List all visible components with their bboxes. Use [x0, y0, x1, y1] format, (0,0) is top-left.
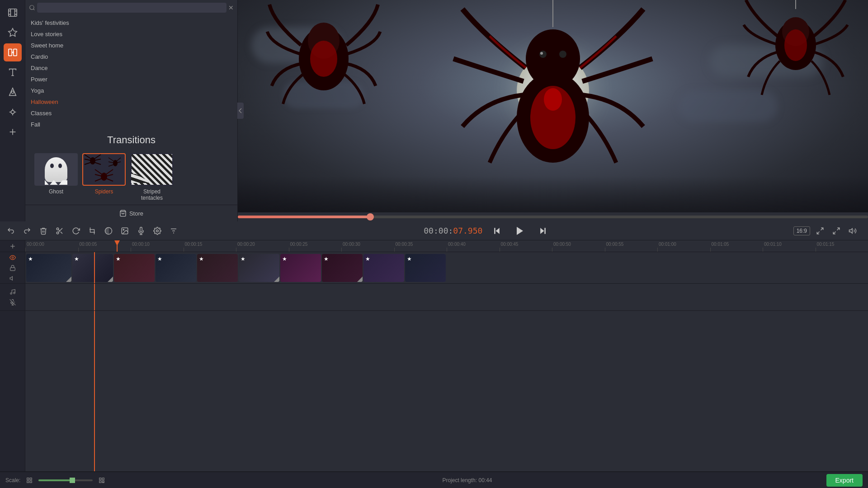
scale-slider[interactable]	[38, 479, 93, 481]
audio-track-row	[0, 284, 868, 311]
category-item-yoga[interactable]: Yoga	[25, 85, 237, 96]
toolbar-motion[interactable]	[4, 103, 22, 121]
crop-button[interactable]	[85, 224, 99, 238]
ruler-mark-13: 00:01:05	[710, 248, 763, 252]
svg-rect-93	[27, 478, 29, 479]
clip-star: ★	[199, 256, 204, 262]
category-item-fall[interactable]: Fall	[25, 119, 237, 130]
right-controls: 16:9	[793, 225, 864, 237]
svg-rect-98	[103, 478, 104, 479]
category-item-sweet-home[interactable]: Sweet home	[25, 40, 237, 51]
audio-track-note[interactable]	[8, 287, 17, 296]
delete-button[interactable]	[36, 224, 51, 238]
svg-point-13	[11, 91, 14, 94]
category-item-kids'-festivities[interactable]: Kids' festivities	[25, 17, 237, 28]
redo2-button[interactable]	[69, 224, 83, 238]
search-clear-icon[interactable]: ✕	[228, 4, 234, 11]
svg-point-67	[123, 229, 124, 230]
svg-line-79	[821, 228, 823, 230]
playback-handle[interactable]	[367, 213, 374, 221]
clip-3[interactable]: ★	[114, 254, 155, 282]
skip-forward-button[interactable]	[536, 224, 550, 238]
zoom-out-icon[interactable]	[23, 474, 36, 487]
left-toolbar	[0, 0, 25, 221]
track-lock-toggle[interactable]	[8, 263, 17, 272]
clip-star: ★	[157, 256, 162, 262]
ruler-mark-12: 00:01:00	[657, 248, 710, 252]
category-item-cardio[interactable]: Cardio	[25, 51, 237, 62]
audio-track-mute[interactable]	[8, 298, 17, 307]
svg-line-35	[115, 158, 121, 162]
play-button[interactable]	[511, 222, 528, 239]
playback-progress-bar[interactable]	[238, 212, 868, 221]
clip-star: ★	[365, 256, 370, 262]
panel-collapse-toggle[interactable]	[237, 103, 244, 119]
timeline-add-btn[interactable]	[0, 240, 25, 252]
ruler-mark-2: 00:00:10	[131, 248, 184, 252]
volume-icon[interactable]	[846, 225, 859, 237]
export-button[interactable]: Export	[826, 474, 863, 487]
image-button[interactable]	[118, 224, 132, 238]
aspect-ratio-badge[interactable]: 16:9	[793, 226, 810, 235]
category-item-dance[interactable]: Dance	[25, 62, 237, 74]
transition-spiders[interactable]: Spiders	[82, 153, 126, 201]
expand-icon[interactable]	[830, 225, 843, 237]
clip-7[interactable]: ★	[280, 254, 321, 282]
settings-button[interactable]	[150, 224, 165, 238]
cut-button[interactable]	[52, 224, 67, 238]
toolbar-transitions[interactable]	[4, 43, 22, 61]
category-item-power[interactable]: Power	[25, 74, 237, 85]
clip-10[interactable]: ★	[405, 254, 446, 282]
category-item-halloween[interactable]: Halloween	[25, 96, 237, 108]
clip-6[interactable]: ★	[239, 254, 279, 282]
toolbar-text[interactable]	[4, 63, 22, 81]
clip-4[interactable]: ★	[156, 254, 196, 282]
filter-button[interactable]	[166, 224, 181, 238]
undo-button[interactable]	[4, 224, 18, 238]
svg-rect-94	[30, 478, 32, 479]
fullscreen-icon[interactable]	[814, 225, 826, 237]
svg-marker-74	[496, 228, 500, 234]
timeline-tracks: Blue b ★ ★ ★ ★	[0, 252, 868, 472]
ruler-mark-14: 00:01:10	[763, 248, 816, 252]
transition-ghost[interactable]: Ghost	[34, 153, 78, 201]
bottom-bar: Scale: Project length: 00:44 Export	[0, 472, 868, 488]
transition-striped-tentacles[interactable]: Stripedtentacles	[130, 153, 174, 201]
clip-8[interactable]: ★	[322, 254, 363, 282]
track-label-video	[0, 252, 25, 283]
redo-button[interactable]	[20, 224, 34, 238]
spider-center	[440, 0, 666, 199]
svg-line-80	[817, 231, 819, 234]
progress-fill	[238, 216, 370, 218]
toolbar-shapes[interactable]	[4, 83, 22, 101]
zoom-in-icon[interactable]	[95, 474, 108, 487]
clip-5[interactable]: ★	[197, 254, 238, 282]
timeline-ruler: 00:00:0000:00:0500:00:1000:00:1500:00:20…	[0, 240, 868, 252]
clip-1[interactable]: ★	[26, 254, 71, 282]
category-list: Kids' festivitiesLove storiesSweet homeC…	[25, 15, 237, 130]
ruler-mark-7: 00:00:35	[394, 248, 447, 252]
svg-line-23	[33, 9, 35, 10]
store-button[interactable]: Store	[25, 205, 237, 221]
video-track-content[interactable]: Blue b ★ ★ ★ ★	[25, 252, 868, 283]
preview-container	[238, 0, 868, 221]
track-audio-icon[interactable]	[8, 274, 17, 283]
timeline-area: 00:00:0000:00:0500:00:1000:00:1500:00:20…	[0, 240, 868, 472]
transitions-panel: ✕ Kids' festivitiesLove storiesSweet hom…	[25, 0, 238, 221]
category-item-love-stories[interactable]: Love stories	[25, 28, 237, 40]
category-item-classes[interactable]: Classes	[25, 108, 237, 119]
toolbar-film[interactable]	[4, 4, 22, 22]
toolbar-plus[interactable]	[4, 123, 22, 141]
track-visible-toggle[interactable]	[8, 253, 17, 262]
skip-back-button[interactable]	[490, 224, 504, 238]
svg-rect-97	[99, 478, 101, 479]
transition-ghost-label: Ghost	[49, 188, 63, 195]
search-input[interactable]	[37, 3, 226, 13]
color-button[interactable]	[101, 224, 116, 238]
mic-button[interactable]	[134, 224, 148, 238]
clip-9[interactable]: ★	[363, 254, 404, 282]
toolbar-star[interactable]	[4, 23, 22, 42]
ruler-mark-0: 00:00:00	[25, 248, 78, 252]
clip-2[interactable]: ★	[72, 254, 113, 282]
scale-handle[interactable]	[70, 478, 75, 483]
